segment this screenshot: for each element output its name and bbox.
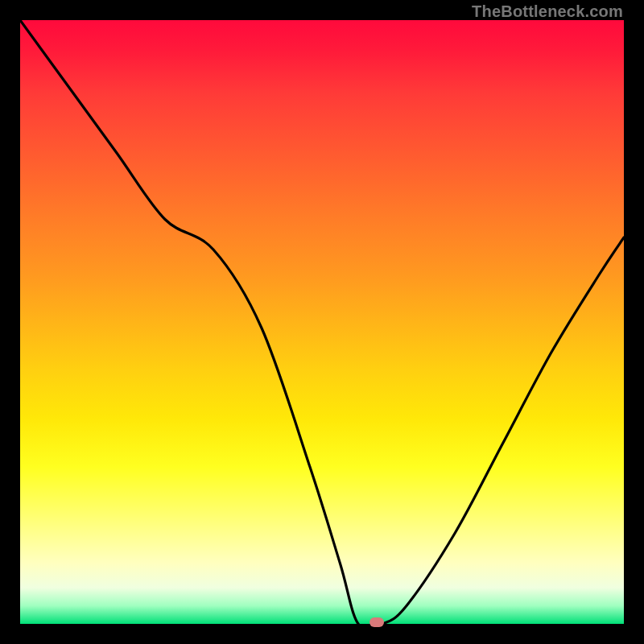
optimal-marker <box>369 617 384 627</box>
curve-svg <box>20 20 624 624</box>
watermark-text: TheBottleneck.com <box>472 2 623 21</box>
bottleneck-chart: TheBottleneck.com <box>0 0 644 644</box>
plot-area <box>20 20 624 624</box>
bottleneck-curve-path <box>20 20 624 624</box>
